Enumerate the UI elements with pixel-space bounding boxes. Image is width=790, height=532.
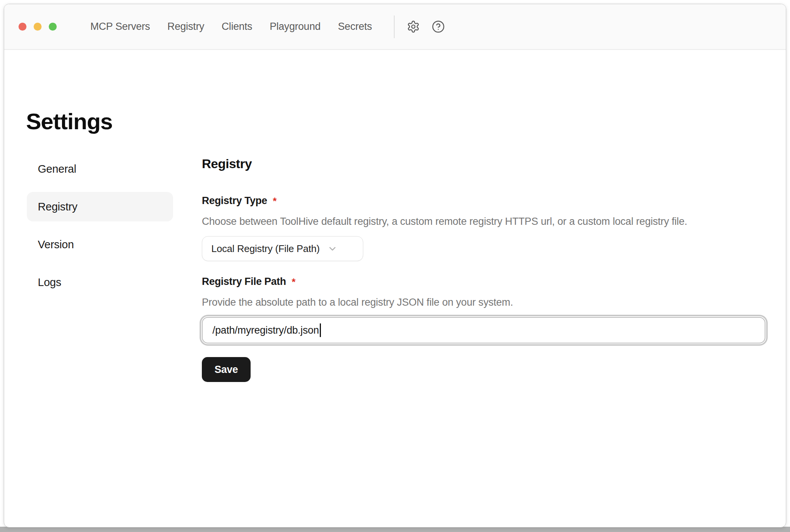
nav-item-secrets[interactable]: Secrets — [338, 21, 372, 32]
titlebar: MCP Servers Registry Clients Playground … — [4, 4, 786, 50]
registry-type-selected-value: Local Registry (File Path) — [211, 243, 320, 255]
nav-item-registry[interactable]: Registry — [167, 21, 204, 32]
help-circle-icon[interactable] — [432, 20, 445, 33]
zoom-window-button[interactable] — [49, 23, 57, 31]
registry-type-select[interactable]: Local Registry (File Path) — [202, 236, 363, 261]
close-window-button[interactable] — [19, 23, 26, 31]
minimize-window-button[interactable] — [34, 23, 42, 31]
text-caret — [320, 323, 321, 337]
registry-type-description: Choose between ToolHive default registry… — [202, 215, 765, 228]
sidebar-item-general[interactable]: General — [27, 154, 173, 184]
window-controls — [19, 23, 57, 31]
gear-icon[interactable] — [407, 20, 420, 33]
sidebar-item-logs[interactable]: Logs — [27, 268, 173, 297]
settings-sidebar: General Registry Version Logs — [27, 154, 173, 305]
desktop-edge-strip — [0, 527, 790, 532]
required-asterisk: * — [273, 195, 277, 207]
registry-settings-panel: Registry Registry Type * Choose between … — [202, 156, 765, 382]
sidebar-item-registry[interactable]: Registry — [27, 192, 173, 221]
nav-item-playground[interactable]: Playground — [270, 21, 321, 32]
topbar-icons — [407, 20, 445, 33]
registry-file-path-label-text: Registry File Path — [202, 275, 286, 288]
save-button[interactable]: Save — [202, 357, 251, 382]
registry-type-label-text: Registry Type — [202, 194, 267, 207]
registry-file-path-input[interactable]: /path/myregistry/db.json — [202, 317, 765, 343]
registry-file-path-label: Registry File Path * — [202, 275, 765, 288]
topbar-divider — [394, 15, 395, 38]
page-title: Settings — [26, 110, 113, 133]
registry-file-path-description: Provide the absolute path to a local reg… — [202, 295, 765, 309]
nav-item-mcp-servers[interactable]: MCP Servers — [90, 21, 150, 32]
settings-page: Settings General Registry Version Logs R… — [4, 50, 786, 527]
app-window: MCP Servers Registry Clients Playground … — [4, 4, 786, 527]
chevron-down-icon — [327, 244, 338, 254]
required-asterisk: * — [292, 275, 296, 288]
sidebar-item-version[interactable]: Version — [27, 230, 173, 259]
section-heading: Registry — [202, 156, 765, 172]
main-nav: MCP Servers Registry Clients Playground … — [90, 21, 372, 32]
registry-type-label: Registry Type * — [202, 194, 765, 207]
registry-file-path-value: /path/myregistry/db.json — [212, 325, 319, 336]
nav-item-clients[interactable]: Clients — [222, 21, 252, 32]
